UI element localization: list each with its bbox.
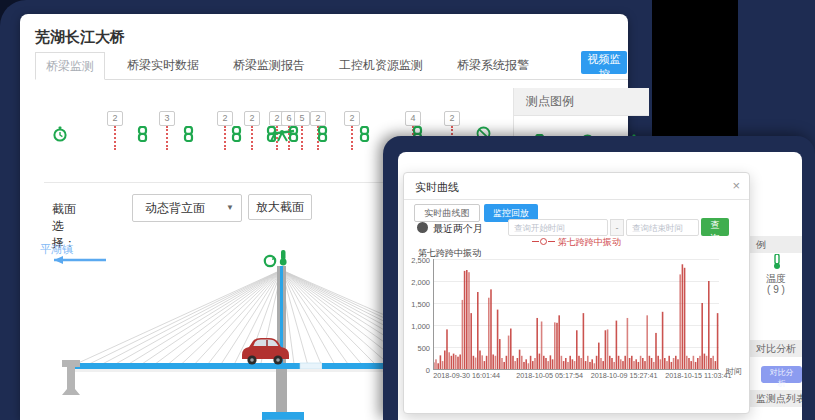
section-select-value: 动态背立面 [145, 201, 205, 215]
link-sensor-icon[interactable] [288, 126, 299, 146]
sensor-alert-line [114, 126, 116, 150]
tab-bar: 桥梁监测桥梁实时数据桥梁监测报告工控机资源监测桥梁系统报警 视频监控 [35, 52, 628, 80]
recent-two-months-radio[interactable]: 最近两个月 [417, 222, 483, 236]
section-select-dropdown[interactable]: 动态背立面 ▼ [132, 194, 242, 222]
tab-1[interactable]: 桥梁实时数据 [117, 52, 209, 78]
sensor-count-badge: 2 [344, 111, 360, 126]
legend-circle-icon [540, 238, 547, 245]
chart-plot-area [433, 259, 719, 369]
x-tick-label: 2018-10-05 05:17:54 [516, 371, 583, 380]
legend-panel-header: 测点图例 [514, 88, 649, 116]
sensor-count-badge: 3 [159, 111, 175, 126]
legend-line-icon [548, 241, 555, 242]
sensor-alert-line [251, 126, 253, 150]
legend-series-label: 第七跨跨中振动 [558, 237, 621, 247]
sensor-alert-line [301, 126, 303, 150]
compare-analysis-button[interactable]: 对比分析 [761, 366, 802, 383]
sensor-alert-line [166, 126, 168, 150]
thermometer-sensor-icon [280, 250, 287, 265]
temperature-count: ( 9 ) [750, 284, 802, 295]
tab-4[interactable]: 桥梁系统报警 [447, 52, 539, 78]
radio-dot-icon [417, 222, 428, 233]
sensor-alert-line [224, 126, 226, 150]
sensor-count-badge: 2 [244, 111, 260, 126]
radio-label: 最近两个月 [433, 223, 483, 234]
sensor-alert-line [351, 126, 353, 150]
zoom-section-button[interactable]: 放大截面 [248, 194, 312, 220]
sensor-count-badge: 2 [444, 111, 460, 126]
link-sensor-icon[interactable] [317, 126, 328, 146]
y-tick-label: 500 [400, 344, 430, 353]
popup-page: 例 温度 ( 9 ) 对比分析 对比分析 监测点列表 实时曲线 × 实时曲线图 … [398, 152, 802, 420]
query-end-time-input[interactable] [626, 219, 699, 236]
rotation-sensor-icon [265, 256, 276, 266]
search-button[interactable]: 查询 [701, 218, 729, 236]
thermometer-icon[interactable] [750, 254, 802, 270]
tab-realtime-curve[interactable]: 实时曲线图 [414, 204, 480, 222]
y-tick-label: 2,000 [400, 278, 430, 287]
tab-2[interactable]: 桥梁监测报告 [223, 52, 315, 78]
popup-window-frame: 例 温度 ( 9 ) 对比分析 对比分析 监测点列表 实时曲线 × 实时曲线图 … [383, 136, 815, 420]
direction-label: 平湖镇 [40, 242, 73, 257]
x-axis [433, 369, 719, 370]
sensor-count-badge: 5 [294, 111, 310, 126]
x-tick-label: 2018-10-09 15:27:41 [591, 371, 658, 380]
compare-section-header: 对比分析 [750, 340, 802, 357]
dialog-header: 实时曲线 × [404, 173, 749, 200]
y-tick-label: 1,000 [400, 322, 430, 331]
sensor-count-badge: 2 [310, 111, 326, 126]
sensor-count-badge: 2 [107, 111, 123, 126]
point-list-header: 监测点列表 [750, 390, 802, 407]
chart-series [433, 259, 719, 369]
clock-sensor-icon[interactable] [52, 126, 68, 147]
page-title: 芜湖长江大桥 [35, 28, 125, 47]
link-sensor-icon[interactable] [183, 126, 194, 146]
tab-3[interactable]: 工控机资源监测 [329, 52, 433, 78]
sensor-count-badge: 2 [217, 111, 233, 126]
range-separator: - [610, 219, 624, 236]
tab-0[interactable]: 桥梁监测 [35, 52, 105, 80]
legend-panel-header-bg: 例 [750, 236, 802, 253]
chevron-down-icon: ▼ [226, 195, 234, 221]
x-axis-title: 时间 [726, 366, 742, 377]
link-sensor-icon[interactable] [137, 126, 148, 146]
y-tick-label: 0 [400, 366, 430, 375]
sensor-count-badge: 4 [405, 111, 421, 126]
query-start-time-input[interactable] [508, 219, 608, 236]
link-sensor-icon[interactable] [231, 126, 242, 146]
x-tick-label: 2018-10-15 11:03:41 [665, 371, 731, 380]
y-axis [433, 259, 434, 369]
video-monitor-button[interactable]: 视频监控 [581, 51, 627, 74]
dialog-title: 实时曲线 [415, 180, 459, 195]
close-icon[interactable]: × [732, 178, 740, 193]
background-window [652, 0, 738, 138]
link-sensor-icon[interactable] [359, 126, 370, 146]
desktop: 芜湖长江大桥 桥梁监测桥梁实时数据桥梁监测报告工控机资源监测桥梁系统报警 视频监… [0, 0, 815, 420]
x-tick-label: 2018-09-30 16:01:44 [433, 371, 500, 380]
y-tick-label: 1,500 [400, 300, 430, 309]
legend-line-icon [532, 241, 539, 242]
y-tick-label: 2,500 [400, 256, 430, 265]
realtime-curve-dialog: 实时曲线 × 实时曲线图 监控回放 最近两个月 - 查询 第七跨跨中振动 第七跨… [403, 172, 750, 414]
